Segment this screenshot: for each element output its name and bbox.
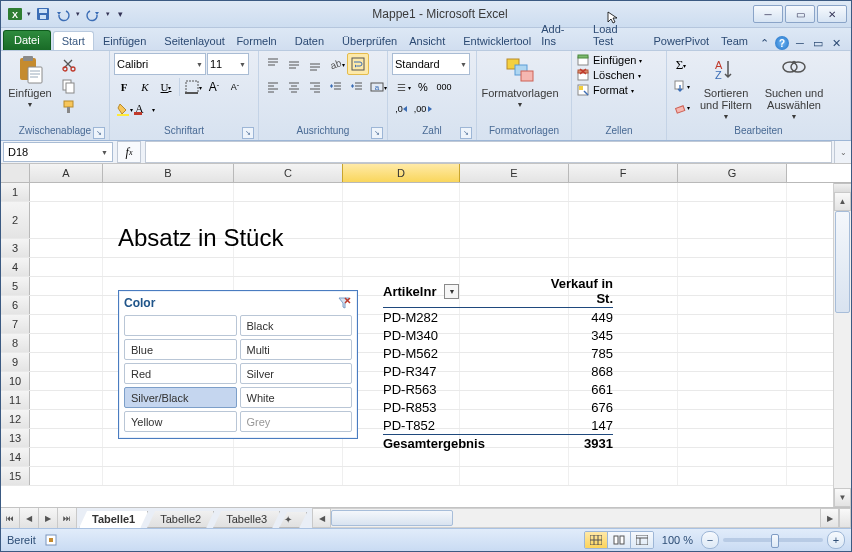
cell[interactable] <box>30 296 103 314</box>
cell[interactable] <box>569 258 678 276</box>
cell[interactable] <box>678 202 787 238</box>
row-header-9[interactable]: 9 <box>1 353 30 371</box>
split-handle-top[interactable] <box>834 183 851 192</box>
file-tab[interactable]: Datei <box>3 30 51 50</box>
slicer-item[interactable]: Red <box>124 363 237 384</box>
decrease-decimal-icon[interactable]: ,00 <box>413 99 433 119</box>
minimize-ribbon-icon[interactable]: ⌃ <box>757 36 771 50</box>
launcher-icon[interactable]: ↘ <box>371 127 383 139</box>
slicer-item[interactable]: Silver <box>240 363 353 384</box>
cell[interactable] <box>569 467 678 485</box>
last-sheet-icon[interactable]: ⏭ <box>58 508 77 528</box>
cell[interactable] <box>678 315 787 333</box>
slicer-item[interactable]: Silver/Black <box>124 387 237 408</box>
clear-filter-icon[interactable] <box>336 295 352 311</box>
tab-seitenlayout[interactable]: Seitenlayout <box>155 31 227 50</box>
row-header-3[interactable]: 3 <box>1 239 30 257</box>
normal-view-icon[interactable] <box>585 532 608 548</box>
cell[interactable] <box>30 239 103 257</box>
col-header-E[interactable]: E <box>460 164 569 182</box>
decrease-font-icon[interactable]: Aˇ <box>225 77 245 97</box>
tab-start[interactable]: Start <box>53 31 94 50</box>
slicer-item[interactable]: Multi <box>240 339 353 360</box>
cell[interactable] <box>678 391 787 409</box>
row-header-5[interactable]: 5 <box>1 277 30 295</box>
cell[interactable] <box>103 258 234 276</box>
cell[interactable] <box>678 296 787 314</box>
cell[interactable] <box>460 202 569 238</box>
tab-team[interactable]: Team <box>712 31 757 50</box>
launcher-icon[interactable]: ↘ <box>460 127 472 139</box>
redo-icon[interactable] <box>83 4 103 24</box>
row-header-11[interactable]: 11 <box>1 391 30 409</box>
tab-powerpivot[interactable]: PowerPivot <box>644 31 712 50</box>
row-header-14[interactable]: 14 <box>1 448 30 466</box>
scroll-left-icon[interactable]: ◀ <box>312 508 331 528</box>
formula-input[interactable] <box>145 141 832 163</box>
tab-einfuegen[interactable]: Einfügen <box>94 31 155 50</box>
qat-customize-icon[interactable]: ▾ <box>113 4 127 24</box>
scroll-down-icon[interactable]: ▼ <box>834 488 851 507</box>
cell[interactable] <box>678 448 787 466</box>
cell[interactable] <box>234 448 343 466</box>
find-select-button[interactable]: Suchen und Auswählen ▼ <box>761 53 827 120</box>
align-top-icon[interactable] <box>263 54 283 74</box>
col-header-B[interactable]: B <box>103 164 234 182</box>
page-break-view-icon[interactable] <box>631 532 653 548</box>
delete-cells-button[interactable]: Löschen▾ <box>576 68 641 82</box>
slicer-item[interactable]: Grey <box>240 411 353 432</box>
launcher-icon[interactable]: ↘ <box>242 127 254 139</box>
autosum-icon[interactable]: Σ▾ <box>671 55 691 75</box>
cell[interactable] <box>343 467 460 485</box>
help-icon[interactable]: ? <box>775 36 789 50</box>
cell[interactable] <box>678 239 787 257</box>
next-sheet-icon[interactable]: ▶ <box>39 508 58 528</box>
close-button[interactable]: ✕ <box>817 5 847 23</box>
cell[interactable] <box>30 391 103 409</box>
macro-record-icon[interactable] <box>44 533 58 547</box>
hsplit-handle[interactable] <box>839 508 851 528</box>
cell[interactable] <box>678 353 787 371</box>
row-header-10[interactable]: 10 <box>1 372 30 390</box>
cell[interactable] <box>30 448 103 466</box>
slicer-item[interactable]: Blue <box>124 339 237 360</box>
cell[interactable] <box>30 202 103 238</box>
cell[interactable] <box>678 183 787 201</box>
expand-formula-bar-icon[interactable]: ⌄ <box>834 141 851 163</box>
font-name-combo[interactable]: Calibri▼ <box>114 53 206 75</box>
page-layout-view-icon[interactable] <box>608 532 631 548</box>
row-header-6[interactable]: 6 <box>1 296 30 314</box>
cell[interactable] <box>569 183 678 201</box>
comma-format-icon[interactable]: 000 <box>434 77 454 97</box>
decrease-indent-icon[interactable] <box>326 77 346 97</box>
border-button[interactable]: ▾ <box>183 77 203 97</box>
vertical-scrollbar[interactable]: ▲ ▼ <box>833 183 851 507</box>
sort-filter-button[interactable]: AZ Sortieren und Filtern ▼ <box>695 53 757 120</box>
col-header-G[interactable]: G <box>678 164 787 182</box>
sheet-tab[interactable]: Tabelle3 <box>213 511 280 528</box>
workbook-minimize-icon[interactable]: ─ <box>793 36 807 50</box>
scroll-up-icon[interactable]: ▲ <box>834 192 851 211</box>
cell[interactable] <box>234 467 343 485</box>
align-left-icon[interactable] <box>263 77 283 97</box>
format-cells-button[interactable]: Format▾ <box>576 83 634 97</box>
zoom-level[interactable]: 100 % <box>662 534 693 546</box>
cell[interactable] <box>30 467 103 485</box>
row-header-8[interactable]: 8 <box>1 334 30 352</box>
align-center-icon[interactable] <box>284 77 304 97</box>
cell[interactable] <box>343 183 460 201</box>
tab-ansicht[interactable]: Ansicht <box>400 31 454 50</box>
vscroll-thumb[interactable] <box>835 211 850 313</box>
cell[interactable] <box>569 239 678 257</box>
cell[interactable] <box>460 258 569 276</box>
slicer-item[interactable]: Yellow <box>124 411 237 432</box>
number-format-combo[interactable]: Standard▼ <box>392 53 470 75</box>
percent-format-icon[interactable]: % <box>413 77 433 97</box>
clear-icon[interactable]: ▾ <box>671 97 691 117</box>
bold-button[interactable]: F <box>114 77 134 97</box>
font-size-combo[interactable]: 11▼ <box>207 53 249 75</box>
row-header-12[interactable]: 12 <box>1 410 30 428</box>
zoom-handle[interactable] <box>771 534 779 548</box>
cell[interactable] <box>30 410 103 428</box>
sheet-tab[interactable]: Tabelle1 <box>79 511 148 528</box>
